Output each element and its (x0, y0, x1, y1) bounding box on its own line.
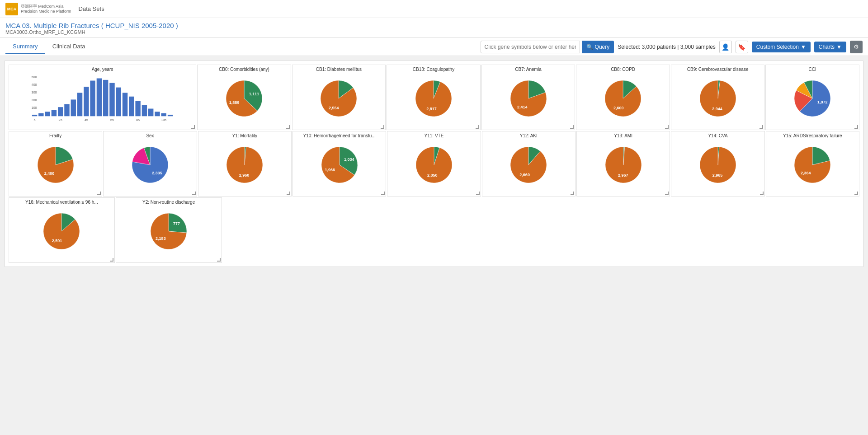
svg-rect-5 (32, 115, 37, 116)
resize-handle[interactable] (854, 192, 858, 195)
chevron-down-icon: ▼ (801, 44, 806, 50)
svg-rect-23 (148, 109, 153, 117)
svg-text:1,889: 1,889 (229, 100, 240, 105)
chart-y2: Y2: Non-routine discharge7772,183 (116, 197, 222, 263)
toolbar-right: 🔍 Query Selected: 3,000 patients | 3,000… (481, 41, 863, 53)
nav-datasets[interactable]: Data Sets (79, 5, 104, 12)
chart-body-cb0: 1,1111,889 (199, 74, 289, 123)
chart-body-y12: 2,660 (484, 140, 573, 190)
resize-handle[interactable] (381, 125, 384, 129)
chart-row-1: Age, years100200300400500525456585105CB0… (9, 65, 859, 130)
resize-handle[interactable] (476, 125, 479, 129)
bookmark-icon-btn[interactable]: 🔖 (736, 41, 748, 53)
svg-text:200: 200 (31, 98, 37, 102)
chart-y16: Y16: Mechanical ventilation ≥ 96 h...2,5… (9, 197, 115, 263)
chart-body-y11: 2,850 (389, 140, 478, 190)
svg-text:2,183: 2,183 (156, 236, 166, 241)
chart-title-y14: Y14: CVA (673, 133, 762, 138)
svg-text:100: 100 (31, 106, 37, 110)
chart-sex: Sex2,335 (103, 131, 197, 196)
svg-rect-26 (168, 115, 173, 116)
chart-cb8: CB8: COPD2,600 (576, 65, 670, 130)
svg-text:2,591: 2,591 (52, 239, 62, 243)
page-subtitle: MCA0003.Ortho_MRF_LC_KCGMH (5, 29, 863, 35)
svg-rect-18 (116, 88, 121, 117)
resize-handle[interactable] (570, 125, 574, 129)
charts-button[interactable]: Charts ▼ (814, 42, 846, 52)
svg-text:2,400: 2,400 (44, 171, 54, 176)
resize-handle[interactable] (665, 192, 669, 195)
tab-summary[interactable]: Summary (5, 39, 45, 54)
custom-selection-button[interactable]: Custom Selection ▼ (752, 42, 811, 52)
chart-cb1: CB1: Diabetes mellitus2,554 (292, 65, 386, 130)
resize-handle[interactable] (760, 192, 764, 195)
chart-row-2: Frailty2,400Sex2,335Y1: Mortality2,960Y1… (9, 131, 859, 196)
query-button[interactable]: 🔍 Query (582, 41, 614, 53)
svg-rect-10 (64, 104, 69, 116)
svg-rect-21 (135, 101, 140, 117)
chart-frailty: Frailty2,400 (9, 131, 102, 196)
chevron-down-icon: ▼ (836, 44, 842, 50)
chart-body-y14: 2,965 (673, 140, 762, 190)
chart-age: Age, years100200300400500525456585105 (9, 65, 196, 130)
chart-body-y16: 2,591 (11, 206, 113, 256)
resize-handle[interactable] (476, 192, 480, 195)
chart-title-cb0: CB0: Comorbidities (any) (199, 67, 289, 72)
title-bar: MCA 03. Multiple Rib Fractures ( HCUP_NI… (0, 18, 868, 38)
chart-body-y15: 2,364 (768, 140, 857, 190)
svg-text:45: 45 (85, 118, 88, 122)
query-input[interactable] (481, 41, 580, 53)
chart-title-sex: Sex (105, 133, 194, 138)
resize-handle[interactable] (760, 125, 763, 129)
app-container: MCA 亞洲璀宇 MedCom Asia Precision Medicine … (0, 0, 868, 428)
chart-cb9: CB9: Cerebrovascular disease2,944 (671, 65, 765, 130)
svg-text:2,660: 2,660 (520, 173, 530, 177)
resize-handle[interactable] (110, 258, 113, 262)
resize-handle[interactable] (191, 125, 195, 129)
svg-rect-12 (77, 93, 82, 116)
chart-y10: Y10: Hemorrhage/need for transfu...1,034… (292, 131, 386, 196)
chart-cb13: CB13: Coagulopathy2,817 (387, 65, 481, 130)
resize-handle[interactable] (287, 192, 290, 195)
svg-rect-13 (84, 87, 89, 116)
chart-body-y13: 2,967 (579, 140, 668, 190)
chart-title-cb8: CB8: COPD (578, 67, 668, 72)
chart-body-cb13: 2,817 (389, 74, 478, 123)
chart-body-cb9: 2,944 (673, 74, 763, 123)
logo: MCA 亞洲璀宇 MedCom Asia Precision Medicine … (5, 3, 71, 15)
chart-y14: Y14: CVA2,965 (671, 131, 764, 196)
svg-text:1,872: 1,872 (817, 100, 828, 104)
svg-text:1,111: 1,111 (249, 92, 259, 96)
svg-rect-7 (45, 112, 50, 116)
resize-handle[interactable] (381, 192, 385, 195)
resize-handle[interactable] (217, 258, 221, 262)
page-title: MCA 03. Multiple Rib Fractures ( HCUP_NI… (5, 22, 863, 29)
svg-text:65: 65 (110, 118, 114, 122)
svg-rect-16 (103, 80, 108, 116)
svg-text:85: 85 (136, 118, 140, 122)
chart-title-y10: Y10: Hemorrhage/need for transfu... (295, 133, 384, 138)
chart-title-cci: CCI (768, 67, 857, 72)
chart-title-y12: Y12: AKI (484, 133, 573, 138)
resize-handle[interactable] (97, 192, 101, 195)
chart-body-age: 100200300400500525456585105 (11, 74, 194, 123)
main-content: Age, years100200300400500525456585105CB0… (0, 56, 868, 428)
resize-handle[interactable] (571, 192, 574, 195)
resize-handle[interactable] (665, 125, 669, 129)
svg-rect-24 (155, 112, 160, 116)
tab-clinical-data[interactable]: Clinical Data (45, 39, 93, 54)
settings-button[interactable]: ⚙ (850, 41, 863, 53)
chart-title-cb7: CB7: Anemia (484, 67, 573, 72)
svg-rect-6 (38, 113, 43, 117)
svg-text:2,817: 2,817 (426, 107, 437, 111)
query-box: 🔍 Query (481, 41, 614, 53)
resize-handle[interactable] (286, 125, 290, 129)
svg-text:2,944: 2,944 (712, 107, 722, 111)
svg-text:5: 5 (34, 118, 36, 122)
resize-handle[interactable] (854, 125, 858, 129)
logo-icon: MCA (5, 3, 18, 15)
svg-rect-17 (109, 83, 114, 117)
person-icon-btn[interactable]: 👤 (719, 41, 732, 53)
resize-handle[interactable] (192, 192, 196, 195)
chart-body-cb1: 2,554 (294, 74, 384, 123)
